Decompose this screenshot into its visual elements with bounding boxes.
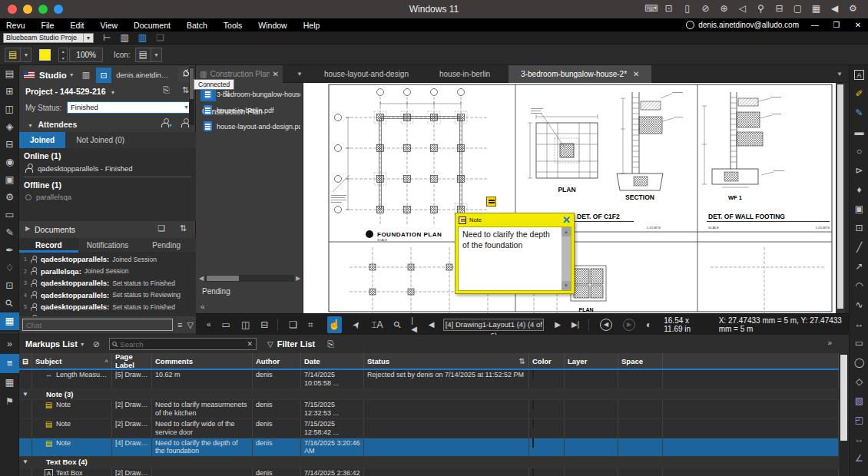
scroll-left-icon[interactable]: ◀	[197, 275, 205, 282]
polygon-tool-icon[interactable]: ◇	[850, 372, 868, 392]
select-tool-icon[interactable]: ➤	[353, 319, 360, 330]
my-status-select[interactable]: Finished ▼	[67, 101, 191, 114]
markups-scrollbar[interactable]	[840, 353, 848, 476]
markup-tools-icon[interactable]: ✎	[0, 224, 19, 242]
project-file[interactable]: house-layout-and-design.pdf	[204, 121, 300, 131]
markup-color-swatch[interactable]	[532, 419, 534, 428]
studio-user-email[interactable]: denis.ainetdinov@alludo.c...	[116, 71, 171, 79]
eraser-tool-icon[interactable]: ▬	[850, 123, 868, 142]
column-subject[interactable]: Subject˄	[32, 353, 112, 369]
record-tab[interactable]: Notifications	[78, 238, 137, 253]
column-page-label[interactable]: Page Label	[112, 353, 152, 369]
menu-item[interactable]: Tools	[224, 21, 253, 30]
measure-volume-icon[interactable]: ◰	[850, 411, 868, 430]
tab-overflow-chevron-icon[interactable]: ▼	[837, 71, 843, 78]
settings-icon[interactable]: ⚙	[847, 3, 859, 14]
project-file[interactable]: 3-bedroom-bungalow-house.pdf	[204, 89, 300, 99]
next-page-icon[interactable]: ▶	[555, 320, 561, 329]
links-icon[interactable]: ♢	[0, 259, 19, 277]
markup-color-swatch[interactable]	[532, 468, 534, 476]
printer-icon[interactable]: ⊟	[774, 3, 785, 14]
play-icon[interactable]: ◀	[829, 3, 840, 14]
column-color[interactable]: Color	[529, 353, 565, 369]
record-entry[interactable]: 5 qadesktopparallels: Set status to Fini…	[19, 301, 196, 313]
column-comments[interactable]: Comments	[152, 353, 253, 369]
stamp-tool-icon[interactable]: ♦	[850, 180, 868, 200]
markup-row[interactable]: Note [2] Drawing1-L... Need to clarify m…	[19, 400, 839, 419]
menu-item[interactable]: Batch	[187, 21, 217, 30]
permissions-icon[interactable]: ●	[161, 118, 169, 127]
profile-select[interactable]: Bluebeam Studio Proje ▼	[3, 33, 94, 43]
chevron-down-icon[interactable]: ▼	[80, 342, 85, 347]
callout-tool-icon[interactable]: ⊳	[850, 161, 868, 180]
markups-list-title[interactable]: Markups List	[25, 339, 78, 349]
search-input[interactable]	[120, 340, 244, 349]
screens-icon[interactable]: ⊡	[0, 277, 19, 295]
pending-label[interactable]: Pending	[202, 287, 230, 296]
polyline-tool-icon[interactable]: ∿	[850, 296, 868, 315]
opacity-stepper[interactable]: ▲▼	[58, 48, 68, 62]
menu-item[interactable]: Help	[303, 21, 330, 30]
camera-icon[interactable]: ▢	[792, 3, 803, 14]
polygon-cloud-tool-icon[interactable]: ○	[850, 142, 868, 161]
text-select-tool-icon[interactable]: ⌶A	[371, 319, 383, 330]
pen-tool-icon[interactable]: ✎	[850, 104, 868, 123]
online-attendee[interactable]: qadesktopparallels - Finished	[25, 164, 196, 173]
note-popup-body[interactable]: Need to clarify the depth of the foundat…	[458, 226, 571, 291]
measure-angle-icon[interactable]: ∠	[850, 449, 868, 468]
close-icon[interactable]: ✕	[633, 70, 639, 78]
studio-session-icon[interactable]: ▥	[120, 32, 128, 43]
insert-page-icon[interactable]: ❏	[289, 319, 297, 330]
column-layer[interactable]: Layer	[565, 353, 618, 369]
close-icon[interactable]: ✕	[273, 70, 279, 78]
split-view-icon[interactable]: ⊟	[260, 319, 268, 330]
new-document-icon[interactable]: ❏	[156, 32, 164, 43]
keyboard-icon[interactable]: ⌨	[644, 3, 656, 14]
close-icon[interactable]: ✕	[562, 215, 571, 225]
markup-row[interactable]: ▼ Text Box (4)	[19, 457, 839, 468]
color-swatch[interactable]	[39, 49, 51, 61]
chevron-down-icon[interactable]: ▼	[22, 458, 28, 465]
menu-item[interactable]: Revu	[6, 21, 35, 30]
menu-item[interactable]: Edit	[70, 21, 94, 30]
more-options-icon[interactable]: »	[827, 339, 832, 347]
properties-icon[interactable]: ⚙	[0, 189, 19, 207]
studio-project-active-icon[interactable]: ⊡	[96, 68, 111, 83]
markup-row[interactable]: ▼ Note (3)	[19, 389, 839, 401]
filter-icon[interactable]: ▽	[187, 320, 193, 330]
line-tool-icon[interactable]: ╱	[850, 238, 868, 257]
tab-not-joined[interactable]: Not Joined (0)	[65, 132, 135, 148]
chevron-down-icon[interactable]: ▼	[22, 391, 28, 398]
markups-list-icon[interactable]: ≡	[0, 354, 19, 373]
studio-icon[interactable]: ▦	[0, 312, 19, 330]
open-project-icon[interactable]: ⎘	[163, 85, 170, 95]
close-button[interactable]: ✕	[853, 21, 863, 29]
documents-section[interactable]: ▶ Documents ❏ ⇅	[19, 221, 196, 238]
markup-color-swatch[interactable]	[532, 400, 534, 409]
tab-list-chevron-icon[interactable]: ▼	[297, 71, 303, 78]
document-tab[interactable]: house-layout-and-design	[312, 65, 427, 83]
dimension-tool-icon[interactable]: ↔	[850, 315, 868, 334]
menu-item[interactable]: Window	[258, 21, 297, 30]
note-text[interactable]: Need to clarify the depth of the foundat…	[462, 230, 558, 250]
model-tree-icon[interactable]: ▦	[0, 373, 19, 392]
windows-icon[interactable]: ▦	[810, 3, 822, 14]
note-markup-icon[interactable]	[486, 197, 496, 207]
last-page-icon[interactable]: ▶|	[571, 320, 579, 329]
volume-icon[interactable]: ◁	[737, 3, 748, 14]
attendees-section-header[interactable]: ▼ Attendees	[25, 120, 77, 129]
chevron-down-icon[interactable]: ▼	[69, 72, 75, 78]
markup-row[interactable]: Note [4] Drawing1-L... Need to clarify t…	[19, 438, 839, 458]
export-icon[interactable]: ⎘	[327, 339, 334, 349]
pan-tool-button[interactable]: ☝	[327, 316, 343, 333]
highlight-tool-icon[interactable]: ✐	[850, 84, 868, 104]
hide-markups-icon[interactable]: ⊘	[93, 339, 100, 349]
rectangle-tool-icon[interactable]: ▭	[850, 334, 868, 353]
image-tool-icon[interactable]: ▣	[850, 200, 868, 219]
project-file[interactable]: house-in-berlin.pdf	[204, 105, 300, 115]
note-popup[interactable]: Note ✕ Need to clarify the depth of the …	[455, 213, 575, 294]
markup-row[interactable]: Note [2] Drawing1-L... Need to clarify w…	[19, 419, 839, 438]
add-document-icon[interactable]: ❏	[157, 223, 165, 233]
measurements-icon[interactable]: ▭	[0, 207, 19, 224]
ellipse-tool-icon[interactable]: ◯	[850, 353, 868, 372]
